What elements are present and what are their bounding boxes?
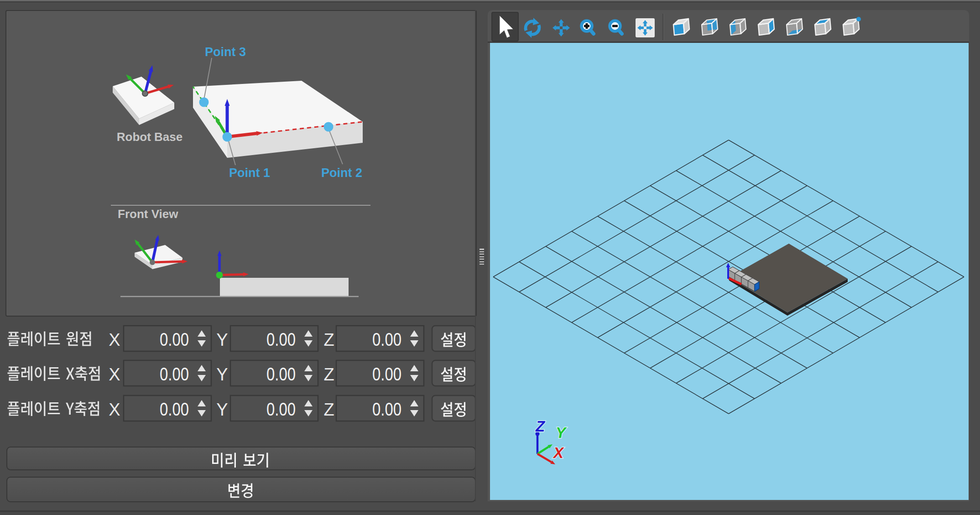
svg-text:Z: Z (323, 365, 334, 384)
svg-text:0.00: 0.00 (372, 364, 401, 385)
svg-text:0.00: 0.00 (372, 329, 401, 350)
svg-text:Y: Y (216, 330, 228, 349)
svg-text:Front View: Front View (118, 207, 178, 221)
svg-text:0.00: 0.00 (160, 329, 189, 350)
svg-text:0.00: 0.00 (266, 329, 296, 350)
svg-text:Z: Z (323, 330, 334, 349)
svg-text:Point 2: Point 2 (321, 166, 362, 180)
svg-text:Z: Z (323, 400, 334, 419)
svg-text:Robot Base: Robot Base (117, 130, 182, 144)
svg-text:0.00: 0.00 (266, 399, 296, 420)
svg-text:Y: Y (216, 365, 228, 384)
svg-text:Y: Y (556, 424, 567, 441)
svg-text:0.00: 0.00 (372, 399, 401, 420)
svg-text:X: X (109, 400, 120, 419)
svg-text:X: X (553, 444, 564, 461)
svg-text:0.00: 0.00 (160, 364, 189, 385)
svg-text:Point 1: Point 1 (229, 166, 270, 180)
svg-text:Point 3: Point 3 (205, 45, 246, 59)
svg-text:0.00: 0.00 (160, 399, 189, 420)
svg-text:Y: Y (216, 400, 228, 419)
svg-text:X: X (109, 365, 120, 384)
svg-text:0.00: 0.00 (266, 364, 296, 385)
svg-text:X: X (109, 330, 120, 349)
svg-text:Z: Z (535, 418, 546, 435)
